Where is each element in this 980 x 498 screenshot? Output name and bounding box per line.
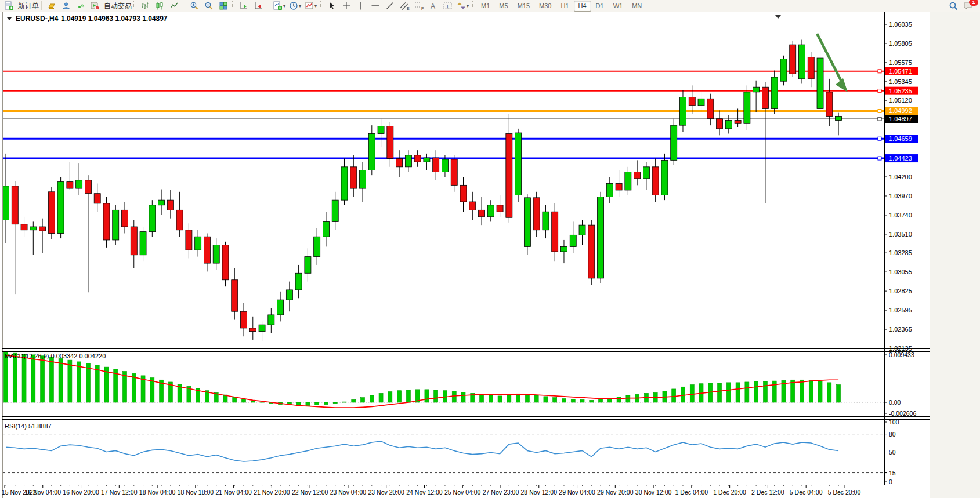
candle-bear xyxy=(707,99,714,118)
macd-axis-label: 0.009433 xyxy=(889,351,914,358)
price-tick-label: 1.02595 xyxy=(889,307,912,314)
fibonacci-button[interactable]: F xyxy=(412,1,425,12)
price-tick-label: 1.03970 xyxy=(889,192,912,199)
timeframe-d1[interactable]: D1 xyxy=(591,1,609,12)
price-tick-label: 1.06035 xyxy=(889,21,912,28)
crosshair-button[interactable] xyxy=(339,1,353,12)
market-watch-button[interactable] xyxy=(45,1,58,12)
trendline-button[interactable] xyxy=(383,1,396,12)
chat-button[interactable]: 1 xyxy=(961,1,975,12)
chart-shift-button[interactable] xyxy=(251,1,265,12)
candlestick-chart-button[interactable] xyxy=(153,1,166,12)
macd-histogram-bar xyxy=(41,356,45,402)
periods-button[interactable]: ▾ xyxy=(288,1,302,12)
macd-histogram-bar xyxy=(480,394,484,402)
macd-histogram-bar xyxy=(736,383,740,402)
macd-histogram-bar xyxy=(571,399,575,402)
candle-bear xyxy=(94,194,100,203)
candle-bull xyxy=(515,133,522,195)
price-tick-label: 1.03285 xyxy=(889,249,912,256)
search-button[interactable] xyxy=(947,1,960,12)
timeframe-h1[interactable]: H1 xyxy=(556,1,573,12)
equidistant-channel-button[interactable]: E xyxy=(397,1,411,12)
macd-histogram-bar xyxy=(306,402,310,406)
macd-histogram-bar xyxy=(763,381,767,402)
text-label-button[interactable]: T xyxy=(441,1,454,12)
timeframe-m5[interactable]: M5 xyxy=(494,1,512,12)
macd-histogram-bar xyxy=(562,399,566,402)
templates-button[interactable]: ▾ xyxy=(303,1,318,12)
candle-bear xyxy=(131,227,137,255)
line-handle[interactable] xyxy=(878,109,881,112)
timeframe-m30[interactable]: M30 xyxy=(534,1,556,12)
macd-histogram-bar xyxy=(718,383,722,402)
candle-bull xyxy=(798,45,805,79)
candle-bull xyxy=(3,186,9,220)
arrows-icon xyxy=(457,1,466,10)
community-button[interactable] xyxy=(59,1,73,12)
signals-button[interactable] xyxy=(74,1,87,12)
candle-bull xyxy=(698,99,704,105)
time-axis-label: 18 Nov 04:00 xyxy=(139,489,176,496)
line-handle[interactable] xyxy=(878,137,881,140)
auto-scroll-button[interactable] xyxy=(237,1,250,12)
timeframe-w1[interactable]: W1 xyxy=(609,1,628,12)
timeframe-m1[interactable]: M1 xyxy=(476,1,494,12)
time-axis-label: 16 Nov 20:00 xyxy=(63,489,99,496)
new-order-label[interactable]: 新订单 xyxy=(18,1,39,11)
macd-histogram-bar xyxy=(352,399,356,402)
zoom-out-icon xyxy=(204,1,214,10)
tile-windows-button[interactable] xyxy=(216,1,230,12)
bar-chart-button[interactable] xyxy=(138,1,151,12)
price-tick-label: 1.03055 xyxy=(889,268,912,275)
autotrading-label[interactable]: 自动交易 xyxy=(104,1,132,11)
equidistant-channel-icon: E xyxy=(399,1,410,10)
candle-bull xyxy=(625,172,631,190)
line-handle[interactable] xyxy=(878,89,881,93)
timeframe-mn[interactable]: MN xyxy=(627,1,646,12)
macd-histogram-bar xyxy=(333,402,337,404)
zoom-in-icon xyxy=(190,1,199,10)
new-order-button[interactable] xyxy=(2,1,16,12)
macd-histogram-bar xyxy=(681,387,685,402)
line-handle[interactable] xyxy=(878,117,881,121)
macd-histogram-bar xyxy=(406,390,410,402)
vertical-line-button[interactable] xyxy=(354,1,367,12)
indicators-add-button[interactable]: ▾ xyxy=(272,1,287,12)
timeframe-h4[interactable]: H4 xyxy=(574,1,591,12)
auto-scroll-icon xyxy=(239,1,248,10)
zoom-out-button[interactable] xyxy=(202,1,215,12)
candle-bull xyxy=(560,246,567,252)
template-icon xyxy=(305,1,314,10)
candle-bull xyxy=(149,205,156,232)
chart-title: EURUSD-,H41.04919 1.04963 1.04793 1.0489… xyxy=(7,14,168,23)
candle-bear xyxy=(387,126,393,159)
arrows-button[interactable]: ▾ xyxy=(455,1,470,12)
panel-splitter[interactable] xyxy=(2,416,930,420)
candle-bear xyxy=(222,245,229,280)
time-axis-label: 2 Dec 12:00 xyxy=(751,489,784,496)
clock-icon xyxy=(289,1,298,10)
candle-bear xyxy=(232,280,238,311)
chart-panel[interactable]: EURUSD-,H41.04919 1.04963 1.04793 1.0489… xyxy=(0,12,980,498)
zoom-in-button[interactable] xyxy=(187,1,201,12)
price-tick-label: 1.02825 xyxy=(889,288,912,295)
cursor-button[interactable] xyxy=(325,1,338,12)
macd-histogram-bar xyxy=(745,382,749,402)
candle-bear xyxy=(451,159,457,185)
time-axis-label: 23 Nov 04:00 xyxy=(330,489,367,496)
macd-histogram-bar xyxy=(800,380,804,402)
panel-splitter[interactable] xyxy=(2,348,930,352)
macd-axis-label: 0.00 xyxy=(889,399,901,406)
macd-histogram-bar xyxy=(726,383,731,402)
line-handle[interactable] xyxy=(878,70,881,73)
horizontal-line-button[interactable] xyxy=(368,1,382,12)
line-chart-button[interactable] xyxy=(167,1,180,12)
timeframe-m15[interactable]: M15 xyxy=(513,1,534,12)
text-button[interactable]: A xyxy=(426,1,440,12)
candle-bull xyxy=(679,97,686,125)
chart-svg: EURUSD-,H41.04919 1.04963 1.04793 1.0489… xyxy=(0,12,980,498)
line-handle[interactable] xyxy=(878,157,881,160)
autotrading-button[interactable] xyxy=(88,1,102,12)
candle-bull xyxy=(259,325,265,331)
